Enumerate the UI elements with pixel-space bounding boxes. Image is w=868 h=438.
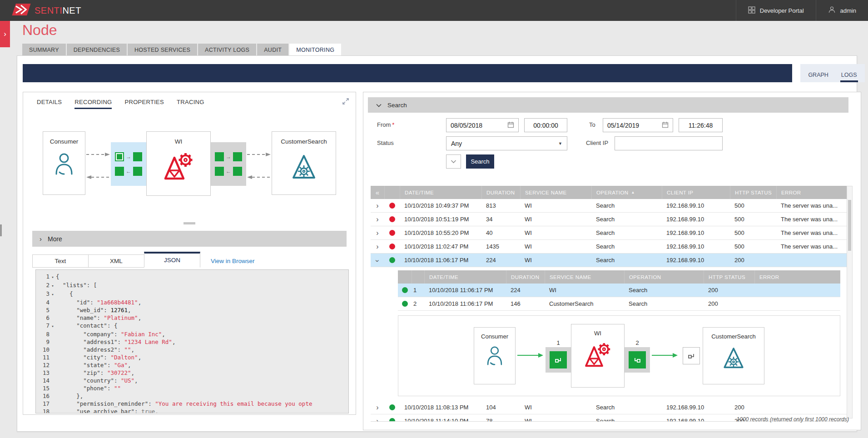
- log-row[interactable]: ›10/10/2018 11:08:13 PM104WISearch192.16…: [371, 401, 847, 414]
- developer-portal-link[interactable]: Developer Portal: [736, 0, 816, 21]
- tab-summary[interactable]: SUMMARY: [22, 44, 66, 56]
- sentinet-logo[interactable]: SENTINET: [0, 3, 81, 18]
- fold-caret-icon[interactable]: ▾: [50, 273, 56, 281]
- payload-tab-xml[interactable]: XML: [88, 254, 144, 268]
- outbound-pipeline-block[interactable]: → ←: [211, 142, 246, 186]
- splitter-handle[interactable]: [0, 224, 2, 236]
- tab-hosted-services[interactable]: HOSTED SERVICES: [128, 44, 197, 56]
- from-time-input[interactable]: 00:00:00: [524, 118, 567, 132]
- log-row[interactable]: ›10/10/2018 11:02:47 PM1435WISearch192.1…: [371, 240, 847, 254]
- collapse-row-icon[interactable]: ›: [374, 259, 382, 262]
- detail-col-date-time[interactable]: DATE/TIME: [424, 270, 506, 284]
- payload-tab-text[interactable]: Text: [32, 254, 89, 268]
- detail-row[interactable]: 210/10/2018 11:06:17 PM146CustomerSearch…: [398, 297, 840, 311]
- log-row[interactable]: ›10/10/2018 11:06:17 PM224WISearch192.16…: [371, 254, 847, 267]
- calendar-icon[interactable]: [507, 121, 514, 129]
- tab-recording[interactable]: RECORDING: [74, 99, 112, 109]
- expand-row-icon[interactable]: ›: [376, 202, 378, 209]
- log-row[interactable]: ›10/10/2018 10:51:19 PM34WISearch192.168…: [371, 213, 847, 226]
- status-cell: [384, 257, 400, 263]
- code-line: 13"zip": "30722",: [36, 369, 348, 377]
- message-record-icon[interactable]: [629, 351, 646, 368]
- pipeline-step-icon[interactable]: [215, 167, 224, 176]
- detail-col-duration[interactable]: DURATION: [506, 270, 545, 284]
- status-select[interactable]: Any▼: [446, 136, 567, 150]
- detail-row[interactable]: 110/10/2018 11:06:17 PM224WISearch200: [398, 284, 840, 297]
- search-button[interactable]: Search: [466, 154, 494, 169]
- tab-tracing[interactable]: TRACING: [177, 99, 204, 109]
- maximize-icon[interactable]: [342, 98, 349, 107]
- fold-caret-icon[interactable]: ▾: [50, 281, 56, 290]
- json-payload-viewer[interactable]: 1▾{2▾"lists": [3▾{4"id": "1a668b4481",5"…: [35, 269, 349, 413]
- tab-properties[interactable]: PROPERTIES: [124, 99, 164, 109]
- fold-caret-icon[interactable]: ▾: [50, 322, 56, 330]
- detail-col-service-name[interactable]: SERVICE NAME: [545, 270, 624, 284]
- calendar-icon[interactable]: [662, 121, 669, 129]
- tab-dependencies[interactable]: DEPENDENCIES: [67, 44, 127, 56]
- log-row[interactable]: ›10/10/2018 10:55:20 PM40WISearch192.168…: [371, 226, 847, 240]
- inbound-pipeline-block[interactable]: → ←: [111, 142, 146, 186]
- tab-audit[interactable]: AUDIT: [257, 44, 288, 56]
- scrollbar-thumb[interactable]: [848, 200, 851, 251]
- payload-tab-json[interactable]: JSON: [144, 252, 200, 268]
- diagram-node-service[interactable]: WI: [146, 131, 211, 196]
- expand-row-icon[interactable]: ›: [376, 243, 378, 250]
- expand-row-icon[interactable]: ›: [376, 229, 378, 237]
- search-section-header[interactable]: Search: [368, 97, 848, 113]
- endpoint-icon[interactable]: [683, 347, 700, 364]
- toolbar-bar: [23, 64, 792, 82]
- search-options-dropdown-button[interactable]: [446, 154, 461, 169]
- recording-step-1[interactable]: 1: [546, 339, 571, 373]
- detail-col-error[interactable]: ERROR: [754, 270, 840, 284]
- fold-caret-icon[interactable]: ▾: [50, 290, 56, 299]
- col-http-status[interactable]: HTTP STATUS: [730, 186, 776, 199]
- status-dot-ok: [389, 418, 395, 422]
- expand-row-icon[interactable]: ›: [376, 418, 378, 422]
- diagram-node-consumer[interactable]: Consumer: [474, 327, 516, 384]
- col-client-ip[interactable]: CLIENT IP: [662, 186, 730, 199]
- toggle-logs[interactable]: LOGS: [840, 72, 858, 82]
- col-service-name[interactable]: SERVICE NAME: [520, 186, 591, 199]
- toggle-graph[interactable]: GRAPH: [807, 72, 829, 82]
- pipeline-step-icon[interactable]: [115, 167, 124, 176]
- detail-col-http-status[interactable]: HTTP STATUS: [704, 270, 754, 284]
- diagram-node-backend[interactable]: CustomerSearch: [703, 327, 764, 384]
- detail-col-operation[interactable]: OPERATION: [624, 270, 704, 284]
- client-ip-input[interactable]: [615, 136, 723, 150]
- node-label: WI: [594, 330, 601, 337]
- recording-step-2[interactable]: 2: [625, 339, 650, 373]
- view-in-browser-link[interactable]: View in Browser: [211, 258, 255, 268]
- status-dot-ok: [389, 257, 395, 263]
- from-date-input[interactable]: 08/05/2018: [446, 118, 519, 132]
- user-menu[interactable]: admin: [816, 0, 868, 21]
- tab-monitoring[interactable]: MONITORING: [289, 44, 341, 56]
- pipeline-step-icon[interactable]: [133, 152, 142, 161]
- message-record-icon[interactable]: [550, 351, 567, 368]
- expand-row-icon[interactable]: ›: [376, 404, 378, 411]
- pipeline-step-icon[interactable]: [233, 152, 242, 161]
- diagram-node-service[interactable]: WI: [571, 324, 625, 388]
- expand-row-icon[interactable]: ›: [376, 216, 378, 223]
- tab-activity-logs[interactable]: ACTIVITY LOGS: [198, 44, 256, 56]
- pipeline-step-icon[interactable]: [233, 167, 242, 176]
- diagram-node-backend[interactable]: CustomerSearch: [272, 131, 336, 195]
- log-row[interactable]: ›10/10/2018 10:49:37 PM813WISearch192.16…: [371, 199, 847, 213]
- col-date-time[interactable]: DATE/TIME: [400, 186, 481, 199]
- status-cell: [384, 216, 400, 222]
- more-expander[interactable]: › More: [32, 231, 347, 247]
- table-scrollbar[interactable]: [847, 186, 853, 418]
- col-duration[interactable]: DURATION: [481, 186, 520, 199]
- pipeline-step-icon[interactable]: [133, 167, 142, 176]
- to-date-input[interactable]: 05/14/2019: [603, 118, 673, 132]
- diagram-resize-grip[interactable]: [184, 222, 195, 224]
- sidebar-expand-button[interactable]: ›: [0, 21, 10, 47]
- diagram-node-consumer[interactable]: Consumer: [43, 131, 85, 195]
- col-error[interactable]: ERROR: [776, 186, 847, 199]
- tab-details[interactable]: DETAILS: [37, 99, 62, 109]
- pipeline-step-icon[interactable]: [215, 152, 224, 161]
- pipeline-step-icon[interactable]: [115, 152, 124, 161]
- flow-arrow-icon: [652, 352, 678, 360]
- to-time-input[interactable]: 11:26:48: [679, 118, 723, 132]
- collapse-all-icon[interactable]: «: [376, 189, 380, 196]
- col-operation[interactable]: OPERATION▲: [591, 186, 662, 199]
